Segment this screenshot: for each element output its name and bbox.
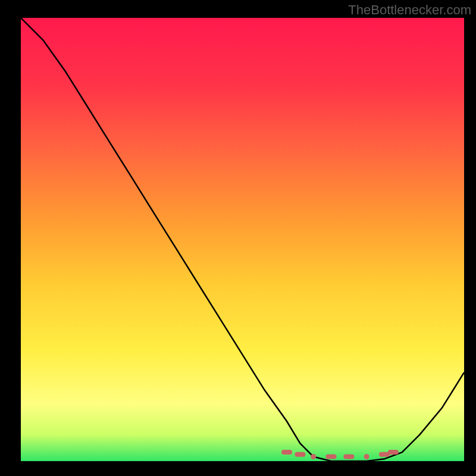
watermark-text: TheBottlenecker.com bbox=[348, 2, 471, 18]
svg-point-3 bbox=[311, 454, 316, 459]
bottleneck-curve bbox=[21, 18, 464, 461]
svg-rect-5 bbox=[343, 455, 354, 459]
optimal-zone-markers bbox=[281, 450, 399, 459]
svg-point-6 bbox=[364, 454, 369, 459]
svg-rect-4 bbox=[326, 455, 337, 459]
chart-area bbox=[21, 18, 464, 461]
svg-rect-1 bbox=[281, 450, 292, 455]
chart-curve-layer bbox=[21, 18, 464, 461]
svg-rect-2 bbox=[295, 452, 305, 457]
svg-rect-8 bbox=[388, 450, 399, 455]
